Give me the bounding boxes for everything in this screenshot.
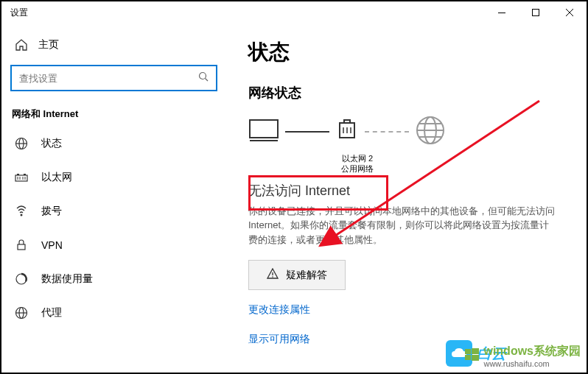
svg-rect-7 xyxy=(24,174,26,175)
maximize-icon xyxy=(532,9,539,16)
search-input[interactable] xyxy=(19,73,198,84)
home-label: 主页 xyxy=(38,38,59,52)
nav-item-dialup[interactable]: 拨号 xyxy=(1,194,226,228)
watermark-url: www.rushaifu.com xyxy=(483,359,581,368)
nav-label: 以太网 xyxy=(41,171,72,184)
svg-rect-0 xyxy=(498,13,505,13)
dialup-icon xyxy=(15,205,28,218)
ethernet-icon xyxy=(15,171,28,184)
network-type: 公用网络 xyxy=(328,163,387,174)
svg-rect-13 xyxy=(250,120,278,138)
troubleshoot-label: 疑难解答 xyxy=(286,269,327,282)
main-content: 状态 网络状态 以太网 2 公用网络 无法访问 Internet 你的设备已连接… xyxy=(226,24,587,373)
globe-icon xyxy=(415,115,446,149)
nav-item-vpn[interactable]: VPN xyxy=(1,228,226,262)
titlebar: 设置 xyxy=(1,1,587,24)
svg-rect-19 xyxy=(465,349,471,354)
watermark-windows: windows系统家园 www.rushaifu.com xyxy=(464,344,581,368)
nav-label: 数据使用量 xyxy=(41,272,93,286)
svg-rect-22 xyxy=(472,355,479,361)
network-diagram xyxy=(248,115,564,149)
minimize-button[interactable] xyxy=(485,1,519,24)
sidebar: 主页 网络和 Internet 状态 以太网 xyxy=(1,24,226,373)
window-title: 设置 xyxy=(10,7,28,19)
svg-rect-5 xyxy=(15,175,27,181)
status-heading: 无法访问 Internet xyxy=(248,182,564,200)
change-properties-link[interactable]: 更改连接属性 xyxy=(248,303,564,317)
nav-label: 代理 xyxy=(41,306,62,320)
nav-item-proxy[interactable]: 代理 xyxy=(1,296,226,330)
adapter-icon xyxy=(335,119,359,145)
svg-point-8 xyxy=(21,214,23,216)
section-title: 网络状态 xyxy=(248,84,564,102)
nav-label: 拨号 xyxy=(41,205,62,218)
svg-point-2 xyxy=(200,73,206,80)
nav-item-datausage[interactable]: 数据使用量 xyxy=(1,262,226,296)
svg-rect-20 xyxy=(472,348,479,354)
proxy-icon xyxy=(15,306,28,320)
adapter-info: 以太网 2 公用网络 xyxy=(328,153,387,174)
watermark-text: windows系统家园 xyxy=(483,345,581,357)
svg-rect-6 xyxy=(17,174,19,175)
computer-icon xyxy=(248,119,279,145)
nav-item-status[interactable]: 状态 xyxy=(1,127,226,160)
svg-rect-1 xyxy=(533,10,539,16)
adapter-name: 以太网 2 xyxy=(328,153,387,163)
nav-label: 状态 xyxy=(41,137,62,150)
flag-icon xyxy=(464,347,480,366)
svg-rect-9 xyxy=(18,244,25,250)
close-button[interactable] xyxy=(553,1,587,24)
minimize-icon xyxy=(498,13,505,13)
nav-item-ethernet[interactable]: 以太网 xyxy=(1,160,226,194)
warning-icon xyxy=(267,268,279,282)
connection-line-solid xyxy=(285,131,329,133)
datausage-icon xyxy=(15,272,28,286)
troubleshoot-button[interactable]: 疑难解答 xyxy=(248,260,346,290)
svg-rect-21 xyxy=(465,355,471,360)
status-description: 你的设备已连接，并且可以访问本地网络中的其他设备，但可能无法访问 Interne… xyxy=(248,204,558,247)
nav-label: VPN xyxy=(41,239,63,251)
svg-point-18 xyxy=(272,276,273,278)
group-title: 网络和 Internet xyxy=(1,97,226,127)
search-box[interactable] xyxy=(10,65,217,91)
connection-line-dashed xyxy=(365,131,409,133)
maximize-button[interactable] xyxy=(519,1,553,24)
home-icon xyxy=(15,38,28,52)
status-icon xyxy=(15,137,28,150)
svg-rect-15 xyxy=(344,120,350,123)
vpn-icon xyxy=(15,239,28,252)
home-link[interactable]: 主页 xyxy=(1,31,226,59)
page-title: 状态 xyxy=(248,38,564,66)
window-controls xyxy=(485,1,587,24)
close-icon xyxy=(566,9,573,16)
search-icon xyxy=(198,71,209,85)
